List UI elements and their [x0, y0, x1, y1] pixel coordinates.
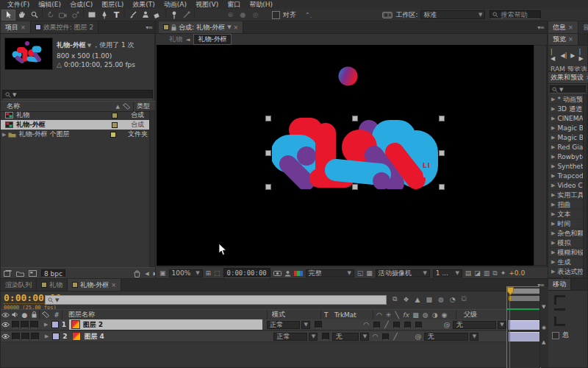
next-frame-button[interactable]: |▶ [579, 49, 585, 62]
panel-menu-icon[interactable]: ▾≡ [537, 24, 547, 31]
mode-select[interactable]: 正常 [273, 333, 307, 341]
layer-name-column[interactable]: 图层名称 [62, 310, 267, 319]
disclosure-icon[interactable]: ▶ [551, 240, 555, 246]
menu-effect[interactable]: 效果(T) [128, 0, 159, 10]
breadcrumb-current[interactable]: 礼物-外框 [193, 34, 231, 45]
solo-column-icon[interactable]: ● [20, 310, 29, 319]
disclosure-icon[interactable]: ▶ [551, 135, 555, 141]
close-icon[interactable]: × [111, 282, 116, 289]
disclosure-icon[interactable]: ▶ [551, 250, 555, 255]
fx-category[interactable]: ▶Trapcode [548, 171, 587, 181]
current-time-indicator[interactable] [507, 287, 514, 295]
ignore-checkbox[interactable] [552, 332, 559, 339]
hand-tool-icon[interactable] [15, 10, 28, 20]
expand-toolbar-icon[interactable]: ⌃˯ [305, 12, 312, 18]
handle[interactable] [439, 150, 445, 156]
panel-menu-icon[interactable]: ▾≡ [146, 24, 154, 31]
disclosure-icon[interactable]: ▶ [551, 144, 555, 150]
project-scrollbar[interactable] [149, 110, 155, 267]
disclosure-icon[interactable]: ▶ [551, 173, 555, 179]
disclosure-icon[interactable]: ▶ [551, 183, 555, 188]
handle[interactable] [352, 184, 358, 190]
effects-scrollbar[interactable] [583, 94, 587, 278]
disclosure-icon[interactable]: ▶ [551, 116, 555, 121]
menu-composition[interactable]: 合成(C) [65, 0, 97, 10]
layer-duration-bar-1[interactable] [509, 320, 540, 330]
layer-switches[interactable]: ◠ ╱ [363, 321, 437, 328]
audio-toggle[interactable] [12, 333, 20, 340]
audio-toggle[interactable] [12, 321, 20, 328]
menu-view[interactable]: 视图(V) [191, 0, 223, 10]
t-column[interactable]: T [321, 311, 334, 319]
close-icon[interactable]: × [568, 24, 573, 31]
fast-previews-icon[interactable]: ◪ [474, 269, 481, 277]
fx-category[interactable]: ▶3D 通道 [548, 105, 587, 114]
handle[interactable] [265, 150, 271, 156]
fx-category[interactable]: ▶实用工具 [548, 191, 587, 200]
graph-editor-icon[interactable]: ◔ [450, 296, 456, 303]
disclosure-icon[interactable]: ▶ [551, 259, 555, 265]
menu-window[interactable]: 窗口 [223, 0, 245, 10]
zoom-tool-icon[interactable] [28, 10, 40, 20]
tab-audio[interactable]: 音频 [578, 21, 588, 33]
menu-file[interactable]: 文件(F) [3, 0, 34, 10]
pen-tool-icon[interactable] [98, 10, 110, 20]
layer-duration-bar-2[interactable] [509, 332, 540, 342]
tab-project[interactable]: 项目× [1, 21, 31, 33]
snapshot-icon[interactable] [273, 270, 282, 276]
fx-category[interactable]: ▶杂色和颗粒 [548, 229, 587, 238]
close-icon[interactable]: × [21, 24, 26, 31]
text-tool-icon[interactable]: T [110, 10, 123, 20]
new-composition-icon[interactable] [29, 270, 37, 277]
layer-name-cell[interactable]: 图层 4 [70, 331, 269, 342]
eye-column-icon[interactable] [1, 310, 10, 319]
always-preview-icon[interactable]: ▣ [159, 269, 166, 277]
switch-well[interactable] [404, 322, 411, 328]
brainstorm-icon[interactable]: ⛋ [462, 295, 467, 303]
handle[interactable] [439, 184, 445, 190]
label-column-icon[interactable] [123, 103, 130, 110]
disclosure-icon[interactable]: ▶ [551, 230, 555, 236]
viewer-scrollbar[interactable] [534, 45, 547, 266]
mode-caret[interactable]: ▼ [301, 321, 310, 329]
eraser-tool-icon[interactable] [151, 10, 164, 20]
collapse-switch[interactable]: ◠ [363, 321, 369, 328]
layer-row-2[interactable]: ▶ 2 图层 4 正常 ▼ 无 ▼ ◠ ╱ @ 无 [1, 331, 506, 342]
comp-viewer[interactable]: LI WU [157, 45, 534, 266]
align-center-icon[interactable] [554, 308, 565, 311]
project-row-folder[interactable]: ▶ 礼物-外框 个图层 文件夹 [1, 130, 151, 139]
label-chip[interactable] [110, 132, 116, 138]
menu-animation[interactable]: 动画(A) [159, 0, 191, 10]
timeline-button-icon[interactable]: ▥ [484, 269, 490, 277]
layer-label-chip[interactable] [52, 333, 60, 340]
timegraph-area[interactable] [506, 286, 541, 368]
fx-category[interactable]: ▶Rowbyte [548, 152, 587, 162]
switch-well[interactable] [415, 322, 422, 328]
brush-tool-icon[interactable] [126, 10, 139, 20]
tab-render-queue[interactable]: 渲染队列 [1, 279, 37, 291]
first-frame-button[interactable]: |◀ [551, 49, 556, 62]
fx-category[interactable]: ▶Video Copilot [548, 181, 587, 191]
shape-tool-icon[interactable] [85, 10, 98, 20]
disclosure-icon[interactable]: ▶ [551, 202, 555, 208]
sort-asc-icon[interactable]: ▲ [116, 104, 120, 110]
project-row-liwu[interactable]: 礼物 合成 [1, 110, 154, 120]
trkmat-column[interactable]: TrkMat [334, 311, 373, 319]
fx-category[interactable]: ▶时间 [548, 219, 587, 229]
layer-row-1[interactable]: ▶ 1 图层 2 正常 ▼ ◠ ╱ @ 无 [1, 319, 506, 330]
disclosure-icon[interactable]: ▶ [45, 333, 49, 339]
audio-column-icon[interactable] [10, 310, 20, 319]
frame-blend-icon[interactable]: ▩ [426, 296, 432, 303]
layer-label-chip[interactable] [51, 321, 59, 328]
disclosure-icon[interactable]: ▶ [2, 132, 6, 138]
switch-well[interactable] [373, 322, 380, 328]
mode-column[interactable]: 模式 [268, 310, 320, 319]
lock-toggle[interactable] [30, 321, 38, 328]
disclosure-icon[interactable]: ▶ [551, 221, 555, 227]
mask-visibility-icon[interactable]: ⬚ [214, 269, 220, 277]
disclosure-icon[interactable]: ▶ [551, 96, 555, 102]
scroll-up-icon[interactable]: ▲ [542, 339, 545, 345]
selection-tool-icon[interactable] [1, 10, 15, 21]
flowchart-icon[interactable]: ⧉ [492, 269, 497, 277]
menu-layer[interactable]: 图层(L) [97, 0, 128, 10]
